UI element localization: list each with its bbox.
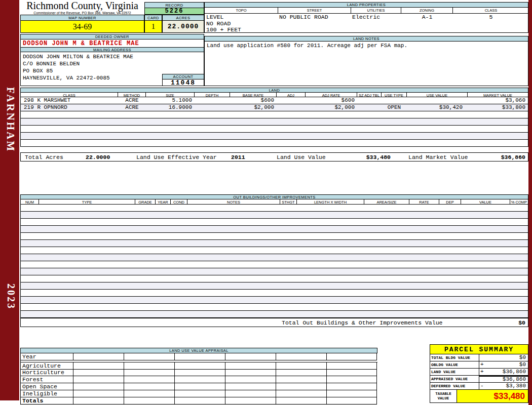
ob-row: [21, 282, 528, 290]
appraisal-row-label: Forest: [21, 376, 73, 383]
appraisal-cell: [276, 376, 327, 383]
column-header: UTILITIES: [351, 8, 401, 13]
ob-row: [21, 219, 528, 226]
district-label: FARNHAM: [4, 87, 17, 152]
ob-row: [21, 304, 528, 311]
appraisal-cell: [175, 383, 225, 390]
appraisal-cell: [175, 390, 225, 397]
column-header: LENGTH X WIDTH: [297, 199, 364, 204]
land-table-body: 298 K MARSHWETACRE5.1000$600$600$3,06021…: [20, 97, 528, 147]
taxable-label-line: VALUE: [430, 396, 457, 401]
land-cell: [382, 97, 407, 104]
summary-amount: $36,860: [503, 377, 528, 382]
appraisal-cell: [225, 376, 276, 383]
land-cell: [195, 126, 230, 132]
summary-row: APPRAISED VALUE$36,860: [430, 376, 528, 383]
land-cell: 298 K MARSHWET: [21, 97, 118, 104]
land-cell: OPEN: [382, 104, 407, 111]
appraisal-cell: [73, 362, 124, 370]
effective-year-value: 2011: [231, 154, 245, 161]
land-cell: [306, 118, 357, 125]
ob-row: [21, 297, 528, 304]
summary-amount: $36,860: [503, 369, 528, 375]
land-cell: [357, 140, 382, 146]
out-buildings-title: OUT BUILDINGS/OTHER IMPROVEMENTS: [20, 194, 528, 199]
sidebar: FARNHAM 2023: [0, 0, 19, 400]
property-record-card: FARNHAM 2023 Richmond County, Virginia C…: [0, 0, 532, 405]
ob-row: [21, 290, 528, 297]
out-buildings-total-row: Total Out Buildings & Other Improvements…: [20, 318, 528, 327]
land-properties-title: LAND PROPERTIES: [204, 2, 528, 8]
land-cell: [468, 133, 528, 139]
land-row: 298 K MARSHWETACRE5.1000$600$600$3,060: [21, 97, 528, 104]
appraisal-row: Open Space: [21, 383, 377, 390]
ob-row: [21, 240, 528, 247]
taxable-label: TAXABLE VALUE: [430, 390, 457, 403]
parcel-summary-title: PARCEL SUMMARY: [430, 344, 528, 354]
land-row: [21, 133, 528, 140]
land-cell: [118, 126, 146, 132]
land-cell: [357, 111, 382, 118]
appraisal-row: Ineligible: [21, 390, 377, 397]
land-cell: [357, 133, 382, 139]
total-acres-label: Total Acres: [25, 154, 63, 161]
mailing-address-label: MAILING ADDRESS: [20, 47, 204, 52]
appraisal-row-label: Horticulture: [21, 369, 73, 376]
summary-operator: [479, 354, 480, 361]
appraisal-row: Horticulture: [21, 369, 377, 376]
appraisal-cell: [124, 362, 175, 370]
taxable-label-line: TAXABLE: [430, 392, 457, 396]
appraisal-cell: [175, 353, 225, 360]
appraisal-cell: [225, 353, 276, 360]
appraisal-row-label: Ineligible: [21, 390, 73, 397]
land-cell: [306, 133, 357, 139]
appraisal-cell: [73, 353, 124, 360]
parcel-summary-rows: TOTAL BLDG VALUE$0OBLDG VALUE+$0LAND VAL…: [430, 354, 528, 390]
land-cell: [118, 111, 146, 118]
land-cell: [146, 118, 195, 125]
column-header: RATE: [409, 199, 439, 204]
land-cell: [230, 133, 277, 139]
land-cell: $3,060: [468, 97, 528, 104]
land-cell: [230, 118, 277, 125]
appraisal-row: Totals: [21, 397, 377, 404]
appraisal-row-label: Open Space: [21, 383, 73, 390]
ob-row: [21, 261, 528, 268]
appraisal-cell: [73, 390, 124, 397]
column-header: CLASS: [21, 93, 118, 97]
appraisal-cell: [276, 362, 327, 370]
column-header: BASE RATE: [230, 93, 277, 97]
appraisal-row-label: Agriculture: [21, 362, 73, 370]
summary-amount: $0: [519, 361, 528, 368]
land-cell: [277, 140, 306, 146]
land-cell: [21, 111, 118, 118]
land-table-columns: CLASSMETHODSIZEDEPTHBASE RATEADJADJ RATE…: [20, 93, 528, 97]
land-cell: [277, 111, 306, 118]
utilities-value: Electric: [351, 14, 401, 33]
ob-row: [21, 247, 528, 254]
land-cell: [407, 97, 468, 104]
appraisal-row: Forest: [21, 376, 377, 383]
column-header: ZONING: [401, 8, 453, 13]
column-header: ADJ RATE: [306, 93, 357, 97]
land-notes-text: Land use application #580 for 2011. Acre…: [204, 42, 528, 86]
appraisal-cell: [327, 390, 377, 397]
land-cell: [357, 126, 382, 132]
appraisal-cell: [124, 397, 175, 404]
land-cell: [357, 118, 382, 125]
land-cell: $600: [306, 97, 357, 104]
appraisal-cell: [225, 362, 276, 370]
land-cell: $30,420: [407, 104, 468, 111]
card-value: 1: [144, 21, 162, 33]
land-cell: [306, 126, 357, 132]
summary-operator: +: [479, 361, 484, 368]
appraisal-cell: [327, 353, 377, 360]
address-line: PO BOX 85: [23, 67, 204, 74]
appraisal-cell: [175, 362, 225, 370]
appraisal-cell: [225, 383, 276, 390]
topo-line: 100 + FEET: [206, 27, 278, 33]
land-row: [21, 140, 528, 147]
ob-row: [21, 254, 528, 261]
land-cell: [118, 118, 146, 125]
column-header: USE TYPE: [382, 93, 407, 97]
